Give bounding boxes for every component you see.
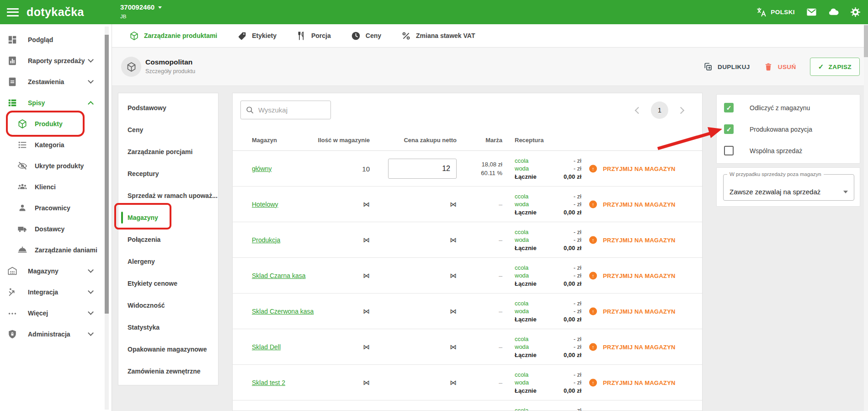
product-nav-sprzedaż-w-ramach-upoważ[interactable]: Sprzedaż w ramach upoważ...: [118, 185, 218, 207]
delete-button[interactable]: USUŃ: [764, 62, 796, 71]
next-page-button[interactable]: [677, 107, 685, 114]
ingredient-value: - zł: [574, 236, 581, 244]
checkbox[interactable]: [724, 124, 734, 134]
receive-to-stock-button[interactable]: ↑ PRZYJMIJ NA MAGAZYN: [589, 379, 699, 386]
margin-value: –: [452, 378, 502, 387]
sheet-icon: [7, 77, 17, 87]
product-nav-alergeny[interactable]: Alergeny: [118, 251, 218, 272]
receive-to-stock-button[interactable]: ↑ PRZYJMIJ NA MAGAZYN: [589, 343, 699, 351]
gear-icon[interactable]: [850, 7, 861, 17]
duplicate-button[interactable]: DUPLIKUJ: [703, 62, 750, 71]
sidebar-item-magazyny[interactable]: Magazyny: [0, 261, 112, 282]
nav-item-label: Magazyny: [128, 214, 158, 221]
checkbox-row-produkowana-pozycja[interactable]: Produkowana pozycja: [717, 118, 860, 140]
sale-policy-select[interactable]: W przypadku sprzedaży poza magazyn Zawsz…: [723, 171, 854, 201]
product-nav-ceny[interactable]: Ceny: [118, 119, 218, 141]
stock-options-card: Odliczyć z magazynu Produkowana pozycja …: [716, 94, 860, 164]
account-id: 370092460: [120, 3, 154, 12]
nav-item-label: Połączenia: [128, 236, 160, 243]
purchase-price-value: ⋈: [388, 307, 457, 315]
checkbox[interactable]: [724, 146, 734, 155]
nav-item-label: Zarządzanie porcjami: [128, 148, 192, 155]
sidebar-item-zestawienia[interactable]: Zestawienia: [0, 71, 112, 92]
sidebar-item-zarządzanie-daniami[interactable]: Zarządzanie daniami: [0, 240, 112, 261]
ingredient-value: - zł: [574, 200, 581, 208]
sidebar-item-ukryte-produkty[interactable]: Ukryte produkty: [0, 155, 112, 176]
purchase-price-input[interactable]: [389, 159, 456, 178]
receive-to-stock-button[interactable]: ↑ PRZYJMIJ NA MAGAZYN: [589, 200, 699, 208]
receive-to-stock-button[interactable]: ↑ PRZYJMIJ NA MAGAZYN: [589, 236, 699, 244]
product-nav-widoczność[interactable]: Widoczność: [118, 294, 218, 316]
product-nav-zamówienia-zewnętrzne[interactable]: Zamówienia zewnętrzne: [118, 360, 218, 382]
ingredient-value: - zł: [574, 192, 581, 200]
sidebar-item-produkty[interactable]: Produkty: [0, 113, 112, 134]
recipe-line: ccola - zł: [515, 299, 581, 307]
chevron-icon: [88, 101, 94, 107]
tab-porcja[interactable]: Porcja: [297, 31, 331, 41]
cloud-icon[interactable]: [828, 7, 839, 17]
recipe-line: woda - zł: [515, 236, 581, 244]
dish-icon: [17, 245, 27, 255]
checkbox[interactable]: [724, 103, 734, 112]
ingredient-name: ccola: [515, 156, 528, 165]
sidebar-item-spisy[interactable]: Spisy: [0, 92, 112, 113]
receive-to-stock-button[interactable]: ↑ PRZYJMIJ NA MAGAZYN: [589, 307, 699, 315]
product-nav-receptury[interactable]: Receptury: [118, 163, 218, 185]
receive-to-stock-button[interactable]: ↑ PRZYJMIJ NA MAGAZYN: [589, 165, 699, 172]
table-row: Sklad Czarna kasa ⋈ ⋈ – ccola - zł woda …: [233, 258, 702, 294]
tab-zmiana-stawek-vat[interactable]: Zmiana stawek VAT: [401, 31, 475, 41]
stock-quantity-value: ⋈: [301, 307, 370, 315]
previous-page-button[interactable]: [635, 107, 642, 114]
product-nav-magazyny[interactable]: Magazyny: [118, 207, 218, 229]
product-nav-opakowanie-magazynowe[interactable]: Opakowanie magazynowe: [118, 338, 218, 360]
sidebar-scrollbar-thumb[interactable]: [105, 35, 109, 314]
tab-etykiety[interactable]: Etykiety: [237, 31, 277, 41]
ingredient-name: ccola: [515, 263, 528, 272]
page-subtitle: Szczegóły produktu: [145, 68, 195, 75]
purchase-price-value: ⋈: [388, 343, 457, 351]
checkbox-row-wspólna-sprzedaż[interactable]: Wspólna sprzedaż: [717, 140, 860, 161]
warehouse-table-card: 1 Magazyn Ilość w magazynie Cena zakupu …: [232, 93, 703, 411]
ingredient-name: Łącznie: [515, 244, 537, 252]
sidebar-item-podgląd[interactable]: Podgląd: [0, 29, 112, 50]
recipe-line: ccola - zł: [515, 192, 581, 200]
sidebar-item-kategoria[interactable]: Kategoria: [0, 134, 112, 155]
page-title: Cosmopolitan: [145, 58, 192, 66]
mail-icon[interactable]: [806, 7, 817, 17]
sidebar-item-dostawcy[interactable]: Dostawcy: [0, 219, 112, 240]
sidebar-item-więcej[interactable]: Więcej: [0, 303, 112, 324]
chevron-icon: [88, 267, 94, 273]
product-nav-etykiety-cenowe[interactable]: Etykiety cenowe: [118, 272, 218, 294]
recipe-line: Łącznie 0,00 zł: [515, 351, 581, 359]
save-button[interactable]: ✓ ZAPISZ: [810, 58, 860, 76]
ingredient-value: - zł: [574, 406, 581, 411]
sidebar-item-pracownicy[interactable]: Pracownicy: [0, 197, 112, 219]
recipe-breakdown: ccola - zł woda - zł Łącznie 0,00 zł: [515, 406, 581, 411]
search-input[interactable]: [258, 106, 325, 114]
tab-zarządzanie-produktami[interactable]: Zarządzanie produktami: [129, 31, 217, 41]
hamburger-menu-icon[interactable]: [7, 6, 19, 18]
account-switcher[interactable]: 370092460 JB: [120, 3, 162, 20]
checkbox-row-odliczyć-z-magazynu[interactable]: Odliczyć z magazynu: [717, 97, 860, 118]
margin-value: 18,08 zł60.11 %: [452, 160, 502, 177]
brand-logo: dotykačka: [27, 5, 84, 19]
nav-item-label: Zamówienia zewnętrzne: [128, 368, 200, 375]
product-nav-podstawowy[interactable]: Podstawowy: [118, 97, 218, 119]
sidebar-item-raporty-sprzedaży[interactable]: Raporty sprzedaży: [0, 50, 112, 71]
sidebar-item-administracja[interactable]: Administracja: [0, 324, 112, 345]
sidebar-item-klienci[interactable]: Klienci: [0, 176, 112, 197]
product-nav-zarządzanie-porcjami[interactable]: Zarządzanie porcjami: [118, 141, 218, 163]
page-scrollbar-thumb[interactable]: [864, 25, 868, 57]
language-switcher[interactable]: POLSKI: [756, 7, 795, 17]
ingredient-name: woda: [515, 236, 529, 244]
product-nav-połączenia[interactable]: Połączenia: [118, 229, 218, 251]
product-nav-statystyka[interactable]: Statystyka: [118, 316, 218, 338]
sidebar-item-integracja[interactable]: Integracja: [0, 282, 112, 303]
sidebar-item-label: Administracja: [28, 331, 70, 338]
sidebar-item-label: Podgląd: [28, 36, 53, 43]
ingredient-value: - zł: [574, 272, 581, 280]
page-number[interactable]: 1: [651, 101, 668, 119]
receive-to-stock-button[interactable]: ↑ PRZYJMIJ NA MAGAZYN: [589, 272, 699, 279]
tab-ceny[interactable]: Ceny: [351, 31, 381, 41]
checkbox-label: Wspólna sprzedaż: [750, 147, 802, 155]
